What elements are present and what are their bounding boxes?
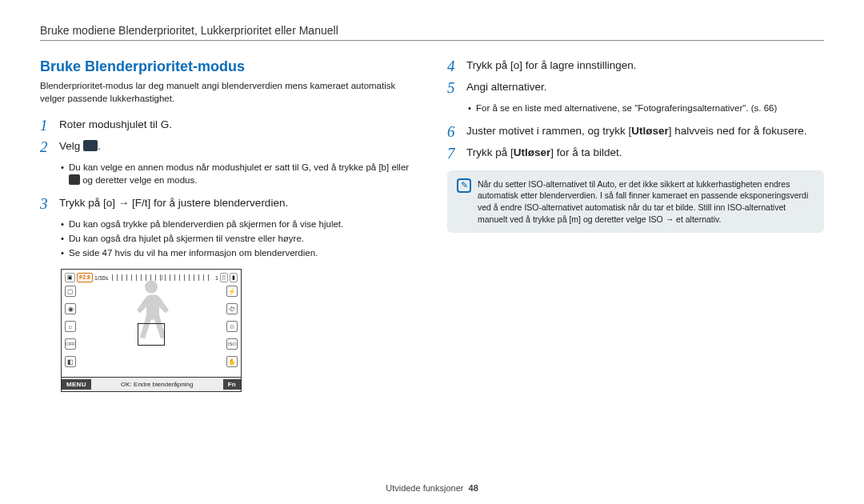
- battery-icon: ▮: [230, 273, 238, 282]
- af-frame-icon: [138, 323, 165, 346]
- step-6-post: ] halvveis ned for å fokusere.: [669, 125, 807, 137]
- step-3-post: ] for å justere blenderverdien.: [148, 197, 289, 209]
- m-button-icon: m: [571, 214, 578, 224]
- focus-mode-icon: ▢: [65, 286, 76, 297]
- step-4-post: ] for å lagre innstillingen.: [519, 59, 636, 71]
- step-2-bullets: Du kan velge en annen modus når modushju…: [40, 161, 417, 186]
- dial-g-icon: G: [302, 162, 309, 172]
- right-column: 4 Trykk på [o] for å lagre innstillingen…: [447, 58, 824, 392]
- footer-section: Utvidede funksjoner: [386, 483, 463, 493]
- step-2: 2 Velg .: [40, 139, 417, 156]
- step-2-sub-pre: Du kan velge en annen modus når modushju…: [69, 162, 302, 172]
- step-2-sub-or: ] eller: [386, 162, 409, 172]
- flash-icon: ⚡: [226, 286, 238, 297]
- step-6-pre: Juster motivet i rammen, og trykk [: [466, 125, 631, 137]
- step-7-post: ] for å ta bildet.: [550, 146, 622, 158]
- step-number: 1: [40, 118, 59, 134]
- shutter-label: Utløser: [631, 125, 669, 137]
- note-a: Når du setter ISO-alternativet til: [478, 179, 597, 189]
- ft-button-icon: F/t: [135, 197, 148, 209]
- iso-icon: ISO: [226, 338, 238, 350]
- step-1-text-post: .: [169, 118, 172, 130]
- shutter-label: Utløser: [514, 146, 551, 158]
- timer-icon: ⏱: [226, 303, 238, 314]
- shutter-value: 1/30s: [94, 275, 108, 281]
- subject-silhouette-icon: [127, 276, 175, 364]
- step-2-sub-mid: , ved å trykke på [: [309, 162, 382, 172]
- face-icon: ☺: [226, 321, 238, 332]
- metering-icon: ◉: [65, 303, 76, 314]
- wb-icon: ☼: [65, 321, 76, 332]
- note-iso: ISO: [649, 214, 663, 224]
- section-intro: Blenderprioritet-modus lar deg manuelt a…: [40, 80, 417, 105]
- step-number: 3: [40, 196, 59, 213]
- color-icon: ◧: [65, 356, 76, 367]
- section-title: Bruke Blenderprioritet-modus: [40, 58, 417, 75]
- card-icon: ▯: [220, 273, 228, 282]
- step-number: 5: [447, 80, 466, 97]
- step-number: 7: [447, 146, 466, 162]
- step-5-bullet-1: For å se en liste med alternativene, se …: [468, 102, 824, 114]
- step-5-text: Angi alternativer.: [466, 80, 547, 95]
- step-4-pre: Trykk på [: [466, 59, 514, 71]
- mode-small-icon: [69, 174, 80, 185]
- step-3-pre: Trykk på [: [59, 197, 106, 209]
- note-c: ] og deretter velge: [578, 214, 649, 224]
- drive-mode-icon: ▣: [65, 273, 75, 282]
- hand-icon: ✋: [226, 356, 238, 367]
- step-2-text-pre: Velg: [59, 140, 83, 152]
- step-7: 7 Trykk på [Utløser] for å ta bildet.: [447, 146, 824, 162]
- step-3-bullet-2: Du kan også dra hjulet på skjermen til v…: [61, 232, 417, 245]
- note-auto: Auto: [597, 179, 614, 189]
- aperture-badge: F2.8: [77, 273, 93, 282]
- note-icon: ✎: [457, 178, 471, 193]
- step-number: 2: [40, 139, 59, 156]
- step-4: 4 Trykk på [o] for å lagre innstillingen…: [447, 58, 824, 75]
- page-header: Bruke modiene Blenderprioritet, Lukkerpr…: [40, 24, 824, 37]
- step-7-pre: Trykk på [: [466, 146, 514, 158]
- info-note: ✎ Når du setter ISO-alternativet til Aut…: [447, 170, 824, 234]
- off-icon: OFF: [65, 338, 76, 350]
- step-5-bullets: For å se en liste med alternativene, se …: [447, 102, 824, 114]
- step-1: 1 Roter modushjulet til G.: [40, 118, 417, 134]
- step-3: 3 Trykk på [o] → [F/t] for å justere ble…: [40, 196, 417, 213]
- aperture-mode-icon: [83, 140, 98, 151]
- step-3-bullet-1: Du kan også trykke på blenderverdien på …: [61, 218, 417, 230]
- step-2-sub-end: og deretter velge en modus.: [80, 175, 197, 185]
- step-3-bullet-3: Se side 47 hvis du vil ha mer informasjo…: [61, 246, 417, 259]
- note-d: → et alternativ.: [663, 214, 722, 224]
- step-5: 5 Angi alternativer.: [447, 80, 824, 97]
- step-3-bullets: Du kan også trykke på blenderverdien på …: [40, 218, 417, 259]
- lcd-hint-text: OK: Endre blenderåpning: [91, 381, 223, 388]
- left-column: Bruke Blenderprioritet-modus Blenderprio…: [40, 58, 417, 392]
- step-6: 6 Juster motivet i rammen, og trykk [Utl…: [447, 124, 824, 141]
- fn-button: Fn: [223, 379, 241, 390]
- step-1-text-pre: Roter modushjulet til: [59, 118, 161, 130]
- dial-g-icon: G: [161, 118, 170, 130]
- menu-button: MENU: [62, 379, 91, 390]
- step-number: 4: [447, 58, 466, 75]
- page-footer: Utvidede funksjoner 48: [0, 483, 864, 493]
- camera-lcd-illustration: ▣ F2.8 1/30s 1 ▯ ▮ ▢ ◉ ☼ OFF ◧: [61, 269, 242, 392]
- step-2-text-post: .: [98, 140, 101, 152]
- step-3-arrow: ] → [: [112, 197, 135, 209]
- step-number: 6: [447, 124, 466, 141]
- shots-remaining: 1: [215, 275, 218, 281]
- header-divider: [40, 40, 824, 41]
- page-number: 48: [469, 483, 478, 493]
